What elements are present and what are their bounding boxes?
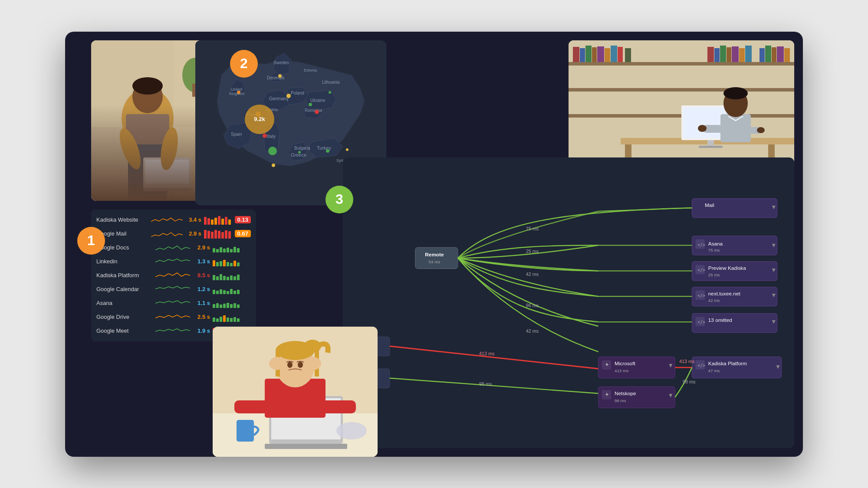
svg-rect-72 (772, 47, 776, 62)
svg-point-165 (336, 422, 367, 439)
svg-rect-71 (765, 46, 771, 62)
svg-text:</>: </> (697, 268, 705, 272)
svg-rect-164 (265, 444, 347, 449)
svg-text:98 ms: 98 ms (615, 398, 626, 403)
svg-point-39 (329, 91, 331, 94)
app-name: Google Meet (96, 328, 153, 334)
svg-text:▼: ▼ (771, 292, 777, 298)
svg-text:▼: ▼ (771, 204, 777, 210)
svg-text:Kadiska Platform: Kadiska Platform (708, 360, 747, 366)
svg-text:Preview Kadiska: Preview Kadiska (708, 265, 746, 271)
svg-text:Spain: Spain (231, 132, 242, 137)
svg-point-38 (278, 74, 282, 78)
svg-point-178 (298, 362, 303, 368)
svg-text:</>: </> (697, 320, 705, 324)
response-time: 2.9 s (193, 244, 210, 251)
svg-rect-55 (580, 48, 585, 62)
svg-rect-65 (720, 46, 726, 62)
svg-point-14 (158, 126, 181, 171)
svg-point-176 (306, 357, 321, 370)
svg-point-48 (268, 147, 277, 155)
svg-text:Remote: Remote (425, 252, 444, 257)
svg-text:413 ms: 413 ms (679, 359, 694, 364)
svg-text:Netskope: Netskope (615, 390, 636, 396)
svg-rect-54 (573, 47, 579, 62)
svg-text:98 ms: 98 ms (479, 381, 492, 386)
badge-1: 1 (77, 227, 105, 255)
badge-3: 3 (326, 186, 353, 213)
svg-rect-63 (707, 47, 714, 62)
svg-text:Microsoft: Microsoft (615, 360, 635, 366)
svg-rect-12 (143, 188, 191, 191)
svg-rect-11 (145, 160, 189, 183)
svg-rect-57 (592, 47, 597, 62)
response-time: 8.5 s (193, 272, 210, 278)
svg-text:47 ms: 47 ms (708, 368, 720, 373)
svg-text:98 ms: 98 ms (683, 379, 695, 384)
svg-text:✦: ✦ (605, 391, 609, 397)
svg-point-177 (287, 362, 293, 368)
svg-rect-9 (128, 144, 167, 201)
svg-rect-61 (618, 47, 623, 62)
table-row: Kadiska Platform 8.5 s (91, 269, 256, 282)
panel-user-photo (91, 40, 213, 201)
svg-text:Romania: Romania (305, 108, 322, 113)
svg-text:Denmark: Denmark (267, 75, 285, 80)
svg-text:Asana: Asana (708, 240, 723, 246)
svg-text:Poland: Poland (291, 91, 304, 95)
svg-rect-81 (699, 146, 723, 148)
app-name: Google Docs (96, 244, 153, 251)
svg-rect-6 (126, 114, 169, 149)
svg-point-37 (315, 110, 319, 114)
svg-rect-108 (692, 198, 777, 217)
table-row: Google Drive 2.5 s (91, 310, 256, 324)
svg-rect-74 (784, 48, 790, 62)
svg-text:Estonia: Estonia (304, 68, 317, 72)
svg-point-35 (286, 94, 291, 98)
svg-text:13 omitted: 13 omitted (708, 317, 732, 323)
svg-text:next.tuxee.net: next.tuxee.net (708, 291, 741, 296)
svg-text:96 ms: 96 ms (526, 302, 539, 308)
app-name: Linkedin (96, 258, 153, 265)
svg-rect-166 (237, 420, 254, 442)
svg-rect-169 (321, 400, 356, 413)
svg-text:Bulgaria: Bulgaria (294, 146, 310, 151)
response-time: 2.9 s (185, 230, 201, 237)
response-time: 2.5 s (193, 314, 210, 320)
svg-point-45 (346, 148, 349, 151)
response-time: 1.3 s (193, 258, 210, 265)
svg-rect-64 (714, 48, 720, 62)
badge-2: 2 (230, 50, 258, 78)
svg-text:United: United (231, 87, 242, 92)
app-name: Kadiska Website (96, 216, 148, 223)
panel-metrics-table: Kadiska Website 3.4 s 0.13 Google Mail (91, 210, 256, 341)
table-row: Linkedin 1.3 s (91, 255, 256, 269)
frustrated-photo (213, 327, 378, 457)
svg-point-44 (326, 149, 329, 153)
svg-rect-10 (143, 157, 191, 188)
svg-point-8 (132, 77, 163, 95)
svg-text:42 ms: 42 ms (708, 298, 720, 303)
svg-point-41 (263, 134, 267, 138)
svg-rect-59 (605, 48, 610, 62)
svg-rect-51 (569, 62, 794, 66)
response-time: 1.1 s (193, 300, 210, 306)
svg-text:9.2k: 9.2k (254, 116, 265, 122)
svg-text:</>: </> (697, 242, 705, 247)
svg-rect-67 (732, 46, 739, 62)
svg-text:▼: ▼ (668, 362, 674, 369)
svg-rect-52 (569, 88, 794, 92)
table-row: Google Mail 2.9 s 0.67 (91, 227, 256, 241)
app-name: Asana (96, 300, 153, 306)
svg-text:▼: ▼ (771, 242, 777, 249)
svg-rect-58 (597, 46, 604, 62)
svg-point-36 (309, 103, 312, 106)
user-photo-image (91, 40, 213, 201)
svg-text:</>: </> (697, 293, 705, 298)
svg-text:413 ms: 413 ms (479, 350, 494, 356)
svg-text:Lithuania: Lithuania (322, 80, 340, 85)
response-time: 3.4 s (185, 216, 201, 223)
svg-text:413 ms: 413 ms (615, 368, 628, 373)
response-time: 1.9 s (193, 328, 210, 334)
main-dashboard: 1 2 3 (65, 32, 803, 457)
